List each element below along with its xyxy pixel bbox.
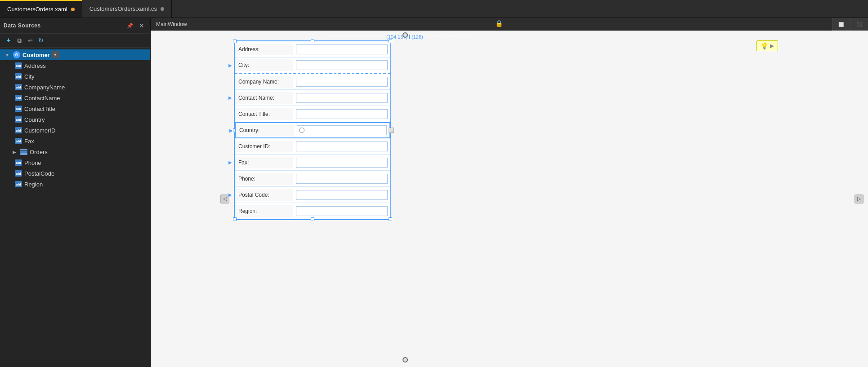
companyname-field-icon: abl [14,83,22,91]
hint-popup: 💡 ▶ [756,40,778,51]
country-radio[interactable] [299,128,304,133]
tree-item-contacttitle[interactable]: abl ContactTitle [0,103,150,114]
measure-right: (126) [410,34,425,40]
tree-arrow-orders: ▶ [11,150,18,155]
pin-button[interactable]: 📌 [125,21,135,31]
restore-icon: ⬜ [838,22,844,27]
region-form-label: Region: [235,205,293,217]
city-row-arrow: ▶ [228,63,232,68]
contacttitle-form-label: Contact Title: [235,108,293,120]
contactname-input[interactable] [296,93,388,103]
fax-input[interactable] [296,158,388,168]
contactname-field-icon: abl [14,94,22,102]
canvas-area: MainWindow 🔒 ⬜ ⬛ ◁ [151,18,868,367]
fax-form-label: Fax: [235,157,293,168]
address-field-icon: abl [14,62,22,70]
tab-cs-dot [161,7,164,11]
postalcode-form-label: Postal Code: [235,189,293,201]
copy-icon: ⧉ [17,37,22,44]
main-area: Data Sources 📌 ✕ + ⧉ ↩ ↻ ▼ [0,18,868,367]
form-row-contactname: ▶ Contact Name: [235,90,390,106]
sidebar-tree: ▼ ⊙ Customer ▼ abl Address abl City [0,48,150,367]
form-row-city: ▶ City: [235,57,390,74]
phone-form-label: Phone: [235,173,293,185]
nav-arrow-right[interactable]: ▷ [855,195,864,203]
customerid-input[interactable] [296,141,388,151]
customer-dropdown[interactable]: ▼ [52,51,59,58]
fax-row-arrow: ▶ [228,160,232,165]
contacttitle-field-icon: abl [14,105,22,113]
add-datasource-button[interactable]: + [4,35,13,45]
copy-datasource-button[interactable]: ⧉ [14,35,24,45]
tree-item-customerid[interactable]: abl CustomerID [0,125,150,136]
city-label: City [24,73,34,80]
customer-label: Customer [22,52,50,58]
companyname-input[interactable] [296,77,388,87]
tree-item-address[interactable]: abl Address [0,60,150,71]
companyname-label: CompanyName [24,84,65,91]
resize-handle-bottom[interactable] [403,357,408,363]
tree-item-phone[interactable]: abl Phone [0,157,150,168]
tree-item-contactname[interactable]: abl ContactName [0,93,150,103]
tab-xaml[interactable]: CustomersOrders.xaml [0,0,82,18]
companyname-form-label: Company Name: [235,76,293,88]
tab-bar: CustomersOrders.xaml CustomersOrders.xam… [0,0,868,18]
address-form-label: Address: [235,44,293,55]
phone-label: Phone [24,159,41,166]
country-right-handle[interactable] [389,128,394,133]
tab-xaml-modified-dot [71,8,75,11]
postalcode-label: PostalCode [24,170,54,177]
tree-item-country[interactable]: abl Country [0,114,150,125]
form-row-companyname: Company Name: [235,74,390,90]
design-canvas[interactable]: MainWindow 🔒 ⬜ ⬛ ◁ [151,18,868,367]
form-row-customerid: Customer ID: [235,138,390,155]
fax-field-icon: abl [14,137,22,145]
tree-item-customer[interactable]: ▼ ⊙ Customer ▼ [0,49,150,60]
contactname-form-label: Contact Name: [235,92,293,104]
svg-rect-1 [20,151,27,153]
maximize-button[interactable]: ⬛ [850,18,868,31]
refresh-icon: ↻ [38,37,44,44]
tab-cs[interactable]: CustomersOrders.xaml.cs [82,0,172,18]
city-form-label: City: [235,59,293,71]
contactname-row-arrow: ▶ [228,95,232,100]
refresh-button[interactable]: ↻ [36,35,46,45]
postalcode-input[interactable] [296,190,388,200]
city-input[interactable] [296,60,388,70]
restore-button[interactable]: ⬜ [832,18,850,31]
country-input-container [297,125,387,135]
left-arrow-icon: ◁ [223,196,227,202]
country-field-icon: abl [14,115,22,124]
nav-arrow-left[interactable]: ◁ [220,195,229,203]
contacttitle-input[interactable] [296,109,388,119]
maximize-icon: ⬛ [856,22,862,27]
tree-item-companyname[interactable]: abl CompanyName [0,82,150,93]
phone-input[interactable] [296,174,388,184]
sidebar-header: Data Sources 📌 ✕ [0,18,150,34]
resize-handle-top[interactable] [403,32,408,38]
city-field-icon: abl [14,72,22,80]
phone-field-icon: abl [14,159,22,167]
svg-rect-2 [20,153,27,155]
form-row-phone: Phone: [235,171,390,187]
tree-item-region[interactable]: abl Region [0,179,150,190]
tree-item-fax[interactable]: abl Fax [0,136,150,146]
address-input[interactable] [296,44,388,54]
tab-cs-label: CustomersOrders.xaml.cs [89,5,157,12]
region-input[interactable] [296,206,388,216]
country-form-label: Country: [236,124,294,136]
postalcode-field-icon: abl [14,169,22,177]
form-design[interactable]: Address: ▶ City: Company Name: [234,40,391,220]
tree-item-postalcode[interactable]: abl PostalCode [0,168,150,179]
contactname-label: ContactName [24,95,60,102]
form-row-region: Region: [235,203,390,219]
hint-arrow: ▶ [770,43,774,49]
region-field-icon: abl [14,180,22,188]
right-arrow-icon: ▷ [857,196,861,202]
sidebar: Data Sources 📌 ✕ + ⧉ ↩ ↻ ▼ [0,18,151,367]
back-button[interactable]: ↩ [25,35,35,45]
close-button[interactable]: ✕ [137,21,147,31]
tree-item-city[interactable]: abl City [0,71,150,82]
customerid-label: CustomerID [24,127,55,134]
tree-item-orders[interactable]: ▶ Orders [0,146,150,157]
